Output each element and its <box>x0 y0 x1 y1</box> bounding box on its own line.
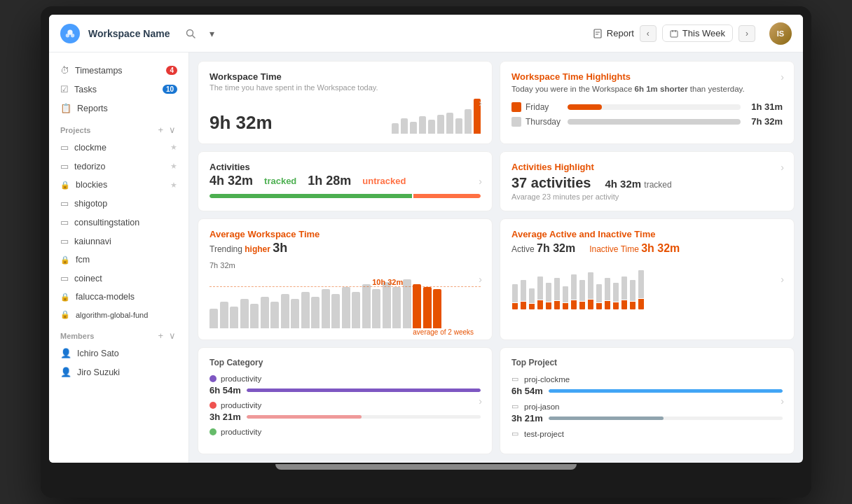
top-category-row-3: productivity <box>209 428 481 436</box>
folder-icon: ▭ <box>60 142 69 153</box>
lock-icon: 🔒 <box>60 310 70 319</box>
avg-active-card: Average Active and Inactive Time Active … <box>500 218 795 340</box>
top-category-row-2: productivity 3h 21m <box>209 401 481 422</box>
tracked-value: 4h 32m <box>209 174 253 188</box>
active-label-text: Active 7h 32m <box>511 242 575 255</box>
sidebar-item-blockies[interactable]: 🔒 blockies ★ <box>49 176 188 194</box>
activities-title: Activities <box>209 162 481 172</box>
sidebar-item-jiro-suzuki[interactable]: 👤 Jiro Suzuki <box>49 363 188 382</box>
avg-workspace-title: Average Workspace Time <box>209 229 481 239</box>
sidebar-item-shigotop[interactable]: ▭ shigotop <box>49 194 188 213</box>
friday-color-box <box>511 102 521 112</box>
sidebar-item-timestamps[interactable]: ⏱ Timestamps 4 <box>49 61 188 80</box>
projects-section-label: Projects <box>60 126 90 134</box>
app-logo <box>60 24 80 43</box>
next-week-button[interactable]: › <box>738 25 755 42</box>
activity-progress-bar <box>209 194 481 198</box>
activities-card: Activities 4h 32m tracked 1h 28m untrack… <box>198 151 493 211</box>
project-label-1: proj-clockme <box>524 375 570 384</box>
avg-active-title: Average Active and Inactive Time <box>511 229 783 239</box>
avg-workspace-card: Average Workspace Time Trending higher 3… <box>198 218 493 340</box>
user-avatar[interactable]: IS <box>769 22 792 45</box>
svg-rect-8 <box>671 31 678 37</box>
collapse-projects-button[interactable]: ∨ <box>167 125 177 135</box>
sidebar-item-reports[interactable]: 📋 Reports <box>49 99 188 118</box>
folder-icon: ▭ <box>60 161 69 172</box>
active-value: 7h 32m <box>537 242 575 254</box>
category-dot-3 <box>209 428 217 435</box>
card-arrow-icon: › <box>781 274 784 285</box>
tasks-label: Tasks <box>74 85 157 94</box>
lock-icon: 🔒 <box>60 255 70 265</box>
category-bar-bg-1 <box>247 388 481 392</box>
star-icon: ★ <box>170 143 177 152</box>
svg-line-4 <box>193 35 195 38</box>
project-value-2: 3h 21m <box>511 413 543 424</box>
folder-icon: ▭ <box>60 217 69 227</box>
add-project-button[interactable]: + <box>156 125 165 135</box>
thursday-row: Thursday 7h 32m <box>511 116 783 127</box>
timestamps-badge: 4 <box>166 66 177 75</box>
avg-base-value: 7h 32m <box>209 261 481 270</box>
sidebar-item-algorithm-global-fund[interactable]: 🔒 algorithm-global-fund <box>49 306 188 323</box>
task-icon: ☑ <box>60 84 69 94</box>
top-project-title: Top Project <box>511 358 783 368</box>
friday-value: 1h 31m <box>748 102 783 112</box>
laptop-notch <box>275 464 577 470</box>
svg-rect-5 <box>594 29 601 38</box>
search-button[interactable] <box>182 25 199 42</box>
dropdown-button[interactable]: ▾ <box>203 25 220 42</box>
clock-icon: ⏱ <box>60 65 69 76</box>
content-area: Workspace Time The time you have spent i… <box>189 52 803 463</box>
activities-highlight-card: Activities Highlight 37 activities 4h 32… <box>500 151 795 211</box>
card-top-arrow-icon: › <box>781 71 784 83</box>
collapse-members-button[interactable]: ∨ <box>167 330 177 341</box>
top-category-card: Top Category productivity 6h 54m <box>198 347 493 454</box>
top-category-row-1: productivity 6h 54m <box>209 374 481 396</box>
top-project-row-2-header: ▭ proj-jason <box>511 402 783 411</box>
sidebar-item-fcm[interactable]: 🔒 fcm <box>49 251 188 269</box>
tracked-bar <box>209 194 412 198</box>
top-project-row-3-header: ▭ test-project <box>511 429 783 438</box>
untracked-label: untracked <box>362 176 406 186</box>
friday-label: Friday <box>511 102 561 112</box>
sidebar-item-ichiro-sato[interactable]: 👤 Ichiro Sato <box>49 344 188 363</box>
top-project-row-1-header: ▭ proj-clockme <box>511 374 783 384</box>
category-bar-fill-2 <box>247 415 362 419</box>
members-section-label: Members <box>60 332 94 340</box>
workspace-highlights-card: Workspace Time Highlights Today you were… <box>500 61 795 144</box>
main-layout: ⏱ Timestamps 4 ☑ Tasks 10 📋 Reports Proj… <box>49 52 803 463</box>
sidebar-item-coinect[interactable]: ▭ coinect <box>49 269 188 288</box>
category-label-3: productivity <box>221 428 261 436</box>
sidebar-item-tedorizo[interactable]: ▭ tedorizo ★ <box>49 157 188 176</box>
workspace-time-subtitle: The time you have spent in the Workspace… <box>209 83 481 92</box>
workspace-time-value: 9h 32m <box>209 112 273 134</box>
activities-highlight-title: Activities Highlight <box>511 162 783 172</box>
sidebar-item-clockme[interactable]: ▭ clockme ★ <box>49 138 188 157</box>
member-avatar-icon: 👤 <box>60 367 71 377</box>
member-avatar-icon: 👤 <box>60 348 71 358</box>
tasks-badge: 10 <box>163 85 177 94</box>
star-icon: ★ <box>170 162 177 171</box>
projects-section-header: Projects + ∨ <box>49 118 188 138</box>
folder-icon-1: ▭ <box>511 374 518 384</box>
avg-workspace-chart <box>209 272 481 328</box>
sidebar-item-falucca-models[interactable]: 🔒 falucca-models <box>49 288 188 306</box>
category-2-bar-row: 3h 21m <box>209 412 481 422</box>
sidebar-item-consultingstation[interactable]: ▭ consultingstation <box>49 213 188 232</box>
sidebar-item-tasks[interactable]: ☑ Tasks 10 <box>49 80 188 99</box>
week-selector[interactable]: This Week <box>662 24 733 42</box>
top-project-row-3: ▭ test-project <box>511 429 783 438</box>
add-member-button[interactable]: + <box>156 330 165 341</box>
avg-chart-wrapper: 10h 32m <box>209 272 481 328</box>
thursday-text: Thursday <box>525 117 561 127</box>
members-actions: + ∨ <box>156 330 177 341</box>
header: Workspace Name ▾ R <box>49 15 803 52</box>
project-bar-bg-1 <box>549 389 783 393</box>
inactive-value: 3h 32m <box>641 242 680 254</box>
sidebar-item-kaiunnavi[interactable]: ▭ kaiunnavi <box>49 232 188 251</box>
highlights-title: Workspace Time Highlights <box>511 71 783 82</box>
prev-week-button[interactable]: ‹ <box>640 25 657 42</box>
header-icons: ▾ <box>182 25 220 42</box>
screen: Workspace Name ▾ R <box>49 15 803 463</box>
